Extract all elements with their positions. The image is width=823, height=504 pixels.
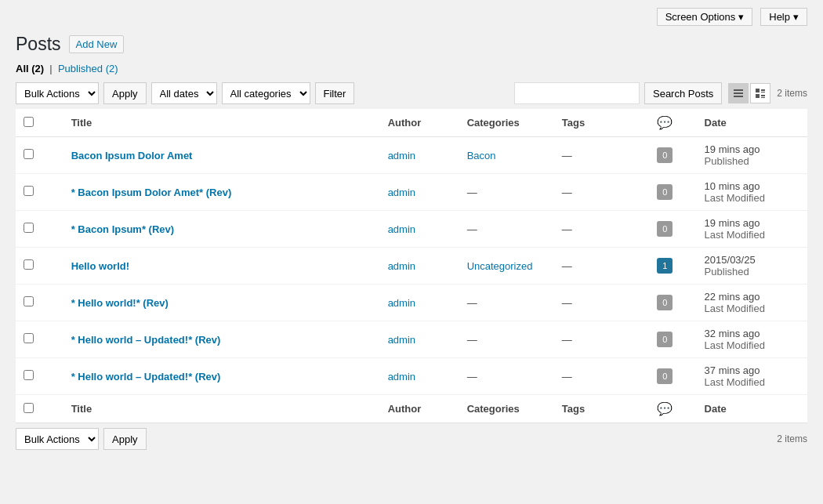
date-secondary: Last Modified bbox=[705, 303, 799, 314]
table-row: * Bacon Ipsum Dolor Amet* (Rev)admin——01… bbox=[16, 174, 807, 211]
search-posts-button[interactable]: Search Posts bbox=[644, 82, 722, 104]
search-area: Search Posts bbox=[514, 82, 722, 104]
bulk-actions-select-top[interactable]: Bulk Actions bbox=[16, 82, 99, 104]
author-link[interactable]: admin bbox=[388, 334, 415, 346]
top-tablenav: Bulk Actions Apply All dates All categor… bbox=[16, 82, 807, 104]
svg-rect-0 bbox=[734, 89, 743, 91]
search-input[interactable] bbox=[514, 82, 640, 104]
comments-cell: 0 bbox=[633, 358, 697, 395]
tablenav-left: Bulk Actions Apply All dates All categor… bbox=[16, 82, 354, 104]
svg-rect-7 bbox=[761, 95, 765, 96]
screen-options-button[interactable]: Screen Options ▾ bbox=[657, 8, 753, 26]
svg-rect-4 bbox=[761, 89, 765, 91]
row-checkbox[interactable] bbox=[24, 333, 34, 343]
post-title-link[interactable]: Bacon Ipsum Dolor Amet bbox=[71, 150, 193, 161]
tags-cell: — bbox=[554, 248, 633, 285]
svg-rect-5 bbox=[761, 92, 765, 92]
author-link[interactable]: admin bbox=[388, 260, 415, 272]
categories-filter-select[interactable]: All categories bbox=[222, 82, 310, 104]
page-title: Posts bbox=[16, 34, 61, 55]
tags-cell: — bbox=[554, 321, 633, 358]
select-all-checkbox-top[interactable] bbox=[24, 117, 34, 127]
date-secondary: Last Modified bbox=[705, 229, 799, 241]
comment-count-badge[interactable]: 0 bbox=[657, 221, 673, 237]
comments-cell: 1 bbox=[633, 248, 697, 285]
date-cell: 19 mins agoLast Modified bbox=[697, 211, 807, 248]
category-link[interactable]: Uncategorized bbox=[467, 260, 533, 272]
comment-count-badge[interactable]: 0 bbox=[657, 184, 673, 200]
table-row: Hello world!adminUncategorized—12015/03/… bbox=[16, 248, 807, 285]
categories-cell: — bbox=[459, 285, 554, 321]
post-title-link[interactable]: * Bacon Ipsum Dolor Amet* (Rev) bbox=[71, 187, 232, 198]
row-checkbox[interactable] bbox=[24, 149, 34, 159]
filter-button[interactable]: Filter bbox=[315, 82, 355, 104]
svg-rect-1 bbox=[734, 92, 743, 94]
list-view-icon[interactable] bbox=[728, 83, 749, 103]
post-filter-links: All (2) | Published (2) bbox=[16, 63, 807, 74]
comment-count-badge[interactable]: 1 bbox=[657, 258, 673, 274]
apply-button-top[interactable]: Apply bbox=[103, 82, 147, 104]
comment-count-badge[interactable]: 0 bbox=[657, 368, 673, 384]
date-secondary: Published bbox=[705, 155, 799, 167]
date-primary: 32 mins ago bbox=[705, 328, 799, 339]
comment-count-badge[interactable]: 0 bbox=[657, 147, 673, 163]
author-link[interactable]: admin bbox=[388, 187, 415, 198]
date-cell: 32 mins agoLast Modified bbox=[697, 321, 807, 358]
row-checkbox[interactable] bbox=[24, 223, 34, 233]
page-title-area: Posts Add New bbox=[16, 34, 807, 55]
post-title-link[interactable]: * Hello world!* (Rev) bbox=[71, 297, 169, 309]
excerpt-view-icon[interactable] bbox=[750, 83, 770, 103]
comments-cell: 0 bbox=[633, 137, 697, 174]
row-checkbox[interactable] bbox=[24, 370, 34, 380]
author-link[interactable]: admin bbox=[388, 371, 415, 383]
comment-count-badge[interactable]: 0 bbox=[657, 295, 673, 310]
categories-cell: — bbox=[459, 358, 554, 395]
posts-table: Title Author Categories Tags 💬 Date Baco… bbox=[16, 109, 807, 423]
comments-cell: 0 bbox=[633, 321, 697, 358]
author-link[interactable]: admin bbox=[388, 223, 415, 235]
tags-cell: — bbox=[554, 285, 633, 321]
row-checkbox[interactable] bbox=[24, 186, 34, 196]
categories-cell: Bacon bbox=[459, 137, 554, 174]
date-primary: 37 mins ago bbox=[705, 364, 799, 376]
categories-cell: Uncategorized bbox=[459, 248, 554, 285]
row-checkbox[interactable] bbox=[24, 259, 34, 270]
comments-cell: 0 bbox=[633, 211, 697, 248]
th-categories: Categories bbox=[459, 109, 554, 137]
tfoot-th-checkbox bbox=[16, 395, 63, 423]
svg-rect-3 bbox=[756, 89, 760, 92]
post-title-link[interactable]: Hello world! bbox=[71, 260, 129, 272]
view-icons bbox=[728, 83, 770, 103]
all-posts-link[interactable]: All (2) bbox=[16, 63, 44, 74]
row-checkbox[interactable] bbox=[24, 296, 34, 306]
help-button[interactable]: Help ▾ bbox=[760, 8, 807, 26]
date-secondary: Last Modified bbox=[705, 376, 799, 388]
comment-count-badge[interactable]: 0 bbox=[657, 332, 673, 347]
post-title-link[interactable]: * Hello world – Updated!* (Rev) bbox=[71, 371, 221, 383]
add-new-button[interactable]: Add New bbox=[69, 35, 125, 53]
apply-button-bottom[interactable]: Apply bbox=[103, 428, 147, 450]
select-all-checkbox-bottom[interactable] bbox=[24, 403, 34, 413]
date-secondary: Last Modified bbox=[705, 192, 799, 204]
category-link[interactable]: Bacon bbox=[467, 150, 496, 161]
tablenav-right: Search Posts 2 items bbox=[514, 82, 807, 104]
table-row: * Bacon Ipsum* (Rev)admin——019 mins agoL… bbox=[16, 211, 807, 248]
bulk-actions-select-bottom[interactable]: Bulk Actions bbox=[16, 428, 99, 450]
dates-filter-select[interactable]: All dates bbox=[151, 82, 217, 104]
th-comments: 💬 bbox=[633, 109, 697, 137]
author-link[interactable]: admin bbox=[388, 297, 415, 309]
date-primary: 22 mins ago bbox=[705, 291, 799, 303]
post-title-link[interactable]: * Bacon Ipsum* (Rev) bbox=[71, 223, 174, 235]
tfoot-th-date: Date bbox=[697, 395, 807, 423]
th-title: Title bbox=[63, 109, 380, 137]
post-title-link[interactable]: * Hello world – Updated!* (Rev) bbox=[71, 334, 221, 346]
categories-cell: — bbox=[459, 174, 554, 211]
tfoot-th-title: Title bbox=[63, 395, 380, 423]
categories-cell: — bbox=[459, 211, 554, 248]
author-link[interactable]: admin bbox=[388, 150, 415, 161]
published-posts-link[interactable]: Published (2) bbox=[58, 63, 118, 74]
table-row: Bacon Ipsum Dolor AmetadminBacon—019 min… bbox=[16, 137, 807, 174]
bottom-tablenav-right: 2 items bbox=[777, 433, 807, 444]
tags-cell: — bbox=[554, 211, 633, 248]
help-chevron: ▾ bbox=[793, 11, 799, 23]
